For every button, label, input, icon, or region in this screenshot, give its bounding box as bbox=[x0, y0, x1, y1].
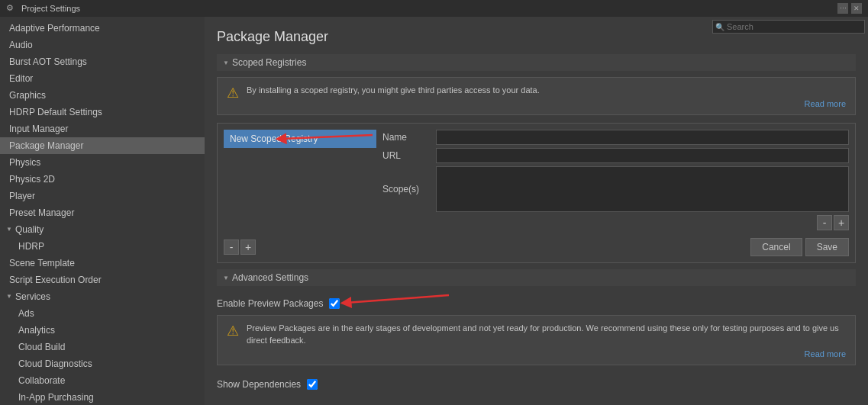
url-input[interactable] bbox=[436, 148, 849, 163]
warning-text: By installing a scoped registry, you mig… bbox=[247, 84, 846, 96]
sidebar-item-player[interactable]: Player bbox=[0, 188, 205, 204]
name-label: Name bbox=[382, 132, 436, 143]
sidebar-item-graphics[interactable]: Graphics bbox=[0, 87, 205, 104]
search-container: 🔍 bbox=[712, 20, 865, 34]
sidebar-item-package-manager[interactable]: Package Manager bbox=[0, 137, 205, 154]
scoped-form-area: New Scoped Registry Name URL Scope(s) bbox=[217, 123, 856, 263]
window-title: Project Settings bbox=[21, 4, 837, 13]
warning-icon: ⚠ bbox=[227, 85, 239, 101]
sidebar-item-script-execution-order[interactable]: Script Execution Order bbox=[0, 272, 205, 288]
show-dependencies-row: Show Dependencies bbox=[217, 373, 856, 396]
sidebar-item-cloud-build[interactable]: Cloud Build bbox=[0, 339, 205, 355]
read-more-link[interactable]: Read more bbox=[247, 99, 846, 108]
registry-form: Name URL Scope(s) - + bbox=[382, 130, 849, 230]
scoped-registries-expand-icon: ▼ bbox=[223, 59, 231, 66]
save-button[interactable]: Save bbox=[805, 238, 849, 256]
sidebar-item-input-manager[interactable]: Input Manager bbox=[0, 121, 205, 137]
scopes-label: Scope(s) bbox=[382, 184, 436, 194]
scopes-row: Scope(s) bbox=[382, 166, 849, 212]
scope-minus-button[interactable]: - bbox=[817, 215, 832, 230]
advanced-settings-label: Advanced Settings bbox=[232, 272, 308, 283]
url-label: URL bbox=[382, 150, 436, 161]
sidebar-item-physics-2d[interactable]: Physics 2D bbox=[0, 171, 205, 188]
list-minus-button[interactable]: - bbox=[224, 239, 239, 255]
sidebar-item-preset-manager[interactable]: Preset Manager bbox=[0, 204, 205, 221]
preview-warning-text: Preview Packages are in the early stages… bbox=[247, 322, 846, 346]
enable-preview-row: Enable Preview Packages bbox=[217, 292, 856, 315]
search-wrapper: 🔍 bbox=[712, 20, 865, 34]
registry-area: New Scoped Registry Name URL Scope(s) bbox=[224, 130, 849, 230]
preview-warning-box: ⚠ Preview Packages are in the early stag… bbox=[217, 315, 856, 365]
action-buttons: Cancel Save bbox=[750, 238, 849, 256]
show-dependencies-label: Show Dependencies bbox=[217, 379, 301, 390]
advanced-expand-icon: ▼ bbox=[223, 275, 231, 281]
cancel-button[interactable]: Cancel bbox=[750, 238, 802, 256]
close-button[interactable]: ✕ bbox=[851, 3, 862, 14]
sidebar-item-cloud-diagnostics[interactable]: Cloud Diagnostics bbox=[0, 355, 205, 372]
enable-preview-checkbox[interactable] bbox=[329, 298, 340, 309]
list-plus-button[interactable]: + bbox=[240, 239, 256, 255]
services-expand-icon: ▼ bbox=[6, 290, 14, 304]
scoped-registries-warning: ⚠ By installing a scoped registry, you m… bbox=[217, 77, 856, 115]
sidebar-item-hdrp-default-settings[interactable]: HDRP Default Settings bbox=[0, 104, 205, 121]
scoped-registries-label: Scoped Registries bbox=[232, 57, 306, 68]
new-scoped-registry-item[interactable]: New Scoped Registry bbox=[224, 130, 376, 148]
sidebar-item-scene-template[interactable]: Scene Template bbox=[0, 255, 205, 272]
search-input[interactable] bbox=[712, 20, 865, 34]
settings-icon: ⚙ bbox=[6, 3, 17, 14]
preview-read-more-link[interactable]: Read more bbox=[247, 349, 846, 358]
name-row: Name bbox=[382, 130, 849, 145]
sidebar-section-services-label: Services bbox=[15, 290, 50, 304]
list-controls: - + bbox=[224, 239, 256, 255]
sidebar-item-adaptive-performance[interactable]: Adaptive Performance bbox=[0, 20, 205, 37]
sidebar: Adaptive Performance Audio Burst AOT Set… bbox=[0, 17, 205, 405]
sidebar-item-physics[interactable]: Physics bbox=[0, 154, 205, 171]
content-area: 🔍 Package Manager ▼ Scoped Registries ⚠ … bbox=[205, 17, 868, 405]
sidebar-item-audio[interactable]: Audio bbox=[0, 37, 205, 53]
sidebar-item-burst-aot-settings[interactable]: Burst AOT Settings bbox=[0, 53, 205, 70]
sidebar-section-quality-label: Quality bbox=[15, 223, 44, 236]
scope-plus-button[interactable]: + bbox=[834, 215, 849, 230]
preview-warning-icon: ⚠ bbox=[227, 323, 239, 339]
quality-expand-icon: ▼ bbox=[6, 223, 14, 236]
search-icon: 🔍 bbox=[715, 23, 724, 31]
registry-list: New Scoped Registry bbox=[224, 130, 376, 230]
show-dependencies-checkbox[interactable] bbox=[307, 379, 318, 390]
name-input[interactable] bbox=[436, 130, 849, 145]
sidebar-item-in-app-purchasing[interactable]: In-App Purchasing bbox=[0, 389, 205, 405]
url-row: URL bbox=[382, 148, 849, 163]
warning-content: By installing a scoped registry, you mig… bbox=[247, 84, 846, 108]
minimize-button[interactable]: ⋯ bbox=[837, 3, 848, 14]
sidebar-section-services[interactable]: ▼ Services bbox=[0, 288, 205, 305]
sidebar-item-editor[interactable]: Editor bbox=[0, 70, 205, 87]
titlebar: ⚙ Project Settings ⋯ ✕ bbox=[0, 0, 868, 17]
bottom-controls: - + Cancel Save bbox=[224, 238, 849, 256]
enable-preview-label: Enable Preview Packages bbox=[217, 298, 323, 309]
sidebar-item-analytics[interactable]: Analytics bbox=[0, 322, 205, 339]
scopes-controls: - + bbox=[382, 215, 849, 230]
sidebar-item-ads[interactable]: Ads bbox=[0, 305, 205, 322]
main-container: Adaptive Performance Audio Burst AOT Set… bbox=[0, 17, 868, 405]
sidebar-item-collaborate[interactable]: Collaborate bbox=[0, 372, 205, 389]
advanced-section: ▼ Advanced Settings Enable Preview Packa… bbox=[217, 269, 856, 396]
window-controls: ⋯ ✕ bbox=[837, 3, 862, 14]
scoped-registries-header[interactable]: ▼ Scoped Registries bbox=[217, 54, 856, 71]
advanced-settings-header[interactable]: ▼ Advanced Settings bbox=[217, 269, 856, 286]
preview-warning-content: Preview Packages are in the early stages… bbox=[247, 322, 846, 358]
sidebar-item-hdrp[interactable]: HDRP bbox=[0, 238, 205, 255]
scopes-input[interactable] bbox=[436, 166, 849, 212]
sidebar-section-quality[interactable]: ▼ Quality bbox=[0, 221, 205, 238]
